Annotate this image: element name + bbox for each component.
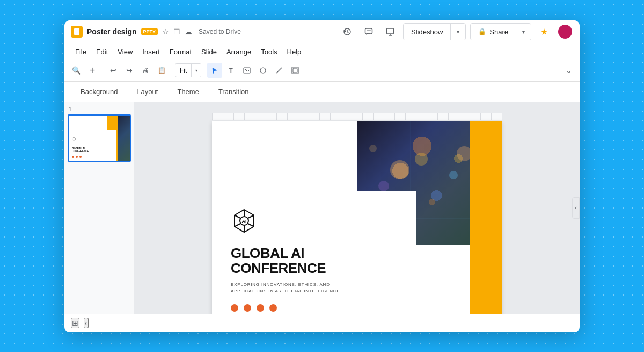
slide-ai-logo: AI	[231, 207, 397, 237]
background-button[interactable]: Background	[73, 85, 125, 98]
line-tool-button[interactable]	[272, 63, 287, 78]
svg-line-33	[248, 224, 254, 227]
slide-thumbnail-wrapper[interactable]: ⬡ GLOBAL AICONFERENCE	[68, 114, 130, 162]
slide-content-panel: AI GLOBAL AI CONFERENCE EXPLORING INNOVA…	[212, 191, 416, 314]
menu-file[interactable]: File	[71, 46, 91, 58]
svg-point-24	[369, 145, 377, 152]
svg-line-32	[235, 224, 240, 227]
collapse-panel-button[interactable]: ‹	[84, 318, 89, 328]
lock-icon: 🔒	[478, 28, 486, 35]
toolbar-divider-1	[103, 65, 103, 76]
collapse-toolbar-button[interactable]: ⌄	[562, 64, 575, 77]
zoom-in-button[interactable]: 🔍	[69, 63, 84, 78]
shape-tool-button[interactable]	[255, 63, 270, 78]
slideshow-dropdown-button[interactable]: ▾	[450, 24, 465, 40]
menu-tools[interactable]: Tools	[257, 46, 281, 58]
slideshow-button-group: Slideshow ▾	[403, 23, 466, 40]
file-type-badge: PPTX	[141, 28, 158, 35]
accent-dot-2	[244, 304, 251, 312]
share-main-button[interactable]: 🔒 Share	[471, 24, 516, 40]
menu-edit[interactable]: Edit	[92, 46, 112, 58]
star-icon[interactable]: ☆	[162, 27, 169, 36]
accent-dot-4	[269, 304, 277, 312]
saved-status: Saved to Drive	[199, 28, 241, 35]
content-area: 1 ⬡ GLOBAL AICONFERENCE	[64, 102, 580, 314]
toolbar-divider-2	[172, 65, 172, 76]
right-panel-toggle[interactable]: ‹	[572, 197, 580, 219]
frame-tool-button[interactable]	[288, 63, 303, 78]
copy-button[interactable]: 📋	[154, 63, 169, 78]
bottom-bar: ⊞ ‹	[64, 314, 580, 332]
print-button[interactable]: 🖨	[138, 63, 153, 78]
present-button[interactable]	[382, 23, 399, 40]
app-icon	[71, 26, 83, 38]
transition-button[interactable]: Transition	[211, 85, 257, 98]
select-tool-button[interactable]	[207, 63, 222, 78]
history-button[interactable]	[339, 23, 356, 40]
comments-button[interactable]	[360, 23, 377, 40]
title-bar: Poster design PPTX ☆ ☐ ☁ Saved to Drive	[64, 20, 580, 44]
slide-subtitle: EXPLORING INNOVATIONS, ETHICS, ANDAPPLIC…	[231, 282, 397, 294]
svg-point-21	[429, 199, 435, 205]
cloud-icon: ☁	[185, 27, 192, 36]
document-title: Poster design	[87, 27, 137, 36]
share-button-group: 🔒 Share ▾	[470, 23, 531, 40]
svg-point-19	[378, 181, 389, 191]
menu-insert[interactable]: Insert	[138, 46, 164, 58]
toolbar-right: ⌄	[562, 64, 575, 77]
svg-point-18	[415, 153, 428, 166]
toolbar-divider-3	[204, 65, 204, 76]
menu-format[interactable]: Format	[165, 46, 196, 58]
share-dropdown-button[interactable]: ▾	[516, 24, 531, 40]
svg-rect-1	[75, 31, 79, 31]
svg-rect-3	[75, 33, 78, 33]
svg-rect-7	[367, 32, 369, 32]
bookmark-icon[interactable]: ☐	[173, 27, 180, 36]
slide-yellow-bar	[470, 121, 502, 314]
svg-line-14	[276, 68, 282, 73]
ai-star-button[interactable]	[536, 23, 553, 40]
svg-rect-6	[367, 31, 371, 31]
zoom-dropdown[interactable]: ▾	[191, 64, 201, 77]
slideshow-main-button[interactable]: Slideshow	[404, 24, 450, 40]
svg-point-17	[390, 160, 409, 179]
slide-number: 1	[68, 106, 130, 112]
slide-context-bar: Background Layout Theme Transition	[64, 82, 580, 102]
menu-slide[interactable]: Slide	[197, 46, 221, 58]
theme-button[interactable]: Theme	[170, 85, 206, 98]
user-avatar[interactable]	[557, 24, 573, 40]
svg-line-31	[248, 215, 254, 218]
svg-rect-16	[293, 68, 297, 73]
accent-dot-3	[257, 304, 264, 312]
title-bar-actions: Slideshow ▾ 🔒 Share ▾	[339, 23, 573, 40]
ruler-marks	[212, 113, 502, 120]
add-button[interactable]: +	[85, 63, 100, 78]
slide-panel: 1 ⬡ GLOBAL AICONFERENCE	[64, 102, 134, 314]
svg-rect-11	[244, 68, 250, 73]
redo-button[interactable]: ↪	[122, 63, 137, 78]
menu-arrange[interactable]: Arrange	[222, 46, 255, 58]
slide-main-title: GLOBAL AI CONFERENCE	[231, 246, 397, 276]
slide-canvas[interactable]: AI GLOBAL AI CONFERENCE EXPLORING INNOVA…	[212, 121, 502, 314]
menu-help[interactable]: Help	[283, 46, 306, 58]
slide-accent-dots	[231, 304, 397, 312]
horizontal-ruler	[212, 113, 502, 120]
zoom-control: Fit ▾	[175, 63, 201, 77]
menu-view[interactable]: View	[113, 46, 137, 58]
text-tool-button[interactable]: T	[223, 63, 238, 78]
image-tool-button[interactable]	[239, 63, 254, 78]
svg-point-20	[449, 171, 458, 179]
accent-dot-1	[231, 304, 238, 312]
svg-point-13	[260, 68, 266, 73]
canvas-area: AI GLOBAL AI CONFERENCE EXPLORING INNOVA…	[134, 102, 580, 314]
svg-rect-2	[75, 32, 78, 32]
zoom-value[interactable]: Fit	[175, 67, 191, 74]
undo-button[interactable]: ↩	[106, 63, 121, 78]
layout-button[interactable]: Layout	[129, 85, 165, 98]
grid-view-button[interactable]: ⊞	[71, 318, 79, 328]
app-window: Poster design PPTX ☆ ☐ ☁ Saved to Drive	[64, 20, 580, 332]
svg-line-30	[235, 215, 240, 218]
svg-text:AI: AI	[242, 219, 247, 224]
share-label: Share	[489, 28, 508, 36]
menu-bar: File Edit View Insert Format Slide Arran…	[64, 44, 580, 60]
